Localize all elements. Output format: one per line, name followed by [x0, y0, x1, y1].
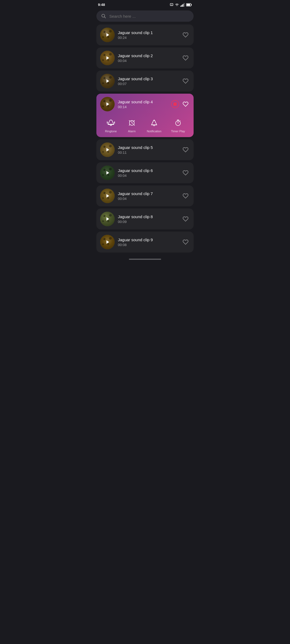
svg-rect-17: [151, 125, 157, 125]
action-timer[interactable]: Timer Play: [171, 117, 185, 133]
clip-row-1[interactable]: Jaguar sound clip 1 00:24: [96, 24, 194, 45]
clip-row-9[interactable]: Jaguar sound clip 9 00:08: [96, 232, 194, 253]
favorite-button-9[interactable]: [181, 238, 190, 246]
clip-duration-2: 00:04: [118, 59, 178, 63]
clip-item-7[interactable]: Jaguar sound clip 7 00:04: [96, 185, 194, 206]
clip-row-3[interactable]: Jaguar sound clip 3 00:07: [96, 71, 194, 92]
clip-item-5[interactable]: Jaguar sound clip 5 00:11: [96, 139, 194, 160]
clip-title-7: Jaguar sound clip 7: [118, 191, 178, 196]
play-icon-1[interactable]: [100, 28, 115, 42]
play-icon-4[interactable]: [100, 97, 115, 111]
clip-row-6[interactable]: Jaguar sound clip 6 00:04: [96, 162, 194, 183]
svg-text:A: A: [171, 4, 172, 6]
notification-status-icon: A: [170, 3, 173, 7]
clip-info-6: Jaguar sound clip 6 00:04: [118, 168, 178, 178]
favorite-button-1[interactable]: [181, 31, 190, 39]
action-notification[interactable]: Notification: [147, 117, 161, 133]
clip-actions-9: [181, 238, 190, 246]
favorite-button-3[interactable]: [181, 77, 190, 85]
clip-item-9[interactable]: Jaguar sound clip 9 00:08: [96, 232, 194, 253]
favorite-button-4[interactable]: [181, 100, 190, 108]
clip-thumb-3: [100, 74, 115, 88]
clip-duration-3: 00:07: [118, 82, 178, 86]
clip-actions-7: [181, 192, 190, 200]
clip-info-2: Jaguar sound clip 2 00:04: [118, 53, 178, 63]
play-icon-6[interactable]: [100, 166, 115, 180]
favorite-button-5[interactable]: [181, 145, 190, 154]
search-bar[interactable]: [96, 10, 194, 22]
clip-item-1[interactable]: Jaguar sound clip 1 00:24: [96, 24, 194, 45]
clip-info-3: Jaguar sound clip 3 00:07: [118, 76, 178, 86]
clip-thumb-8: [100, 212, 115, 226]
favorite-button-7[interactable]: [181, 192, 190, 200]
clip-actions-1: [181, 31, 190, 39]
clip-row-2[interactable]: Jaguar sound clip 2 00:04: [96, 47, 194, 68]
play-icon-8[interactable]: [100, 212, 115, 226]
battery-icon: [186, 3, 192, 6]
clip-duration-7: 00:04: [118, 197, 178, 201]
clip-title-6: Jaguar sound clip 6: [118, 168, 178, 173]
timer-icon: [173, 117, 183, 128]
clip-title-1: Jaguar sound clip 1: [118, 30, 178, 35]
clip-info-5: Jaguar sound clip 5 00:11: [118, 145, 178, 155]
notification-label: Notification: [147, 130, 161, 133]
action-alarm[interactable]: Alarm: [126, 117, 137, 133]
clip-duration-5: 00:11: [118, 151, 178, 155]
status-bar: 9:48 A: [93, 0, 197, 8]
clip-item-4[interactable]: Jaguar sound clip 4 00:14: [96, 94, 194, 137]
search-input[interactable]: [109, 14, 189, 19]
clip-row-8[interactable]: Jaguar sound clip 8 00:09: [96, 208, 194, 229]
play-icon-2[interactable]: [100, 51, 115, 65]
clip-title-8: Jaguar sound clip 8: [118, 214, 178, 219]
clip-item-6[interactable]: Jaguar sound clip 6 00:04: [96, 162, 194, 183]
svg-line-10: [104, 17, 106, 18]
svg-marker-11: [106, 33, 109, 37]
play-icon-3[interactable]: [100, 74, 115, 88]
play-icon-7[interactable]: [100, 189, 115, 203]
home-indicator: [129, 259, 161, 260]
svg-marker-24: [106, 240, 109, 244]
wifi-icon: [175, 3, 179, 6]
svg-marker-12: [106, 56, 109, 60]
timer-label: Timer Play: [171, 130, 185, 133]
svg-rect-4: [183, 4, 183, 7]
clip-duration-8: 00:09: [118, 220, 178, 224]
clip-duration-4: 00:14: [118, 105, 168, 109]
clip-item-2[interactable]: Jaguar sound clip 2 00:04: [96, 47, 194, 68]
clip-row-4[interactable]: Jaguar sound clip 4 00:14: [96, 94, 194, 115]
clip-actions-2: [181, 54, 190, 62]
svg-marker-20: [106, 148, 109, 152]
clip-title-4: Jaguar sound clip 4: [118, 100, 168, 104]
notification-icon: [149, 117, 160, 128]
clip-info-9: Jaguar sound clip 9 00:08: [118, 237, 178, 247]
clip-thumb-2: [100, 51, 115, 65]
clip-thumb-1: [100, 28, 115, 42]
status-time: 9:48: [98, 3, 105, 7]
clip-actions-8: [181, 215, 190, 223]
svg-marker-23: [106, 217, 109, 221]
svg-point-18: [154, 120, 155, 121]
clip-row-7[interactable]: Jaguar sound clip 7 00:04: [96, 185, 194, 206]
action-ringtone[interactable]: Ringtone: [105, 117, 117, 133]
clip-info-8: Jaguar sound clip 8 00:09: [118, 214, 178, 224]
svg-rect-8: [187, 4, 190, 6]
svg-rect-7: [191, 4, 192, 5]
favorite-button-6[interactable]: [181, 169, 190, 177]
favorite-button-8[interactable]: [181, 215, 190, 223]
clip-actions-3: [181, 77, 190, 85]
status-icons: A: [170, 3, 192, 7]
stop-button-4[interactable]: [171, 100, 179, 108]
clip-duration-1: 00:24: [118, 36, 178, 40]
clip-info-1: Jaguar sound clip 1 00:24: [118, 30, 178, 40]
favorite-button-2[interactable]: [181, 54, 190, 62]
play-icon-5[interactable]: [100, 142, 115, 157]
clip-thumb-7: [100, 189, 115, 203]
clip-row-5[interactable]: Jaguar sound clip 5 00:11: [96, 139, 194, 160]
clip-item-8[interactable]: Jaguar sound clip 8 00:09: [96, 208, 194, 229]
svg-rect-15: [108, 124, 114, 125]
svg-rect-3: [182, 5, 182, 7]
bottom-bar: [93, 255, 197, 263]
play-icon-9[interactable]: [100, 235, 115, 249]
svg-marker-21: [106, 171, 109, 175]
clip-item-3[interactable]: Jaguar sound clip 3 00:07: [96, 71, 194, 92]
